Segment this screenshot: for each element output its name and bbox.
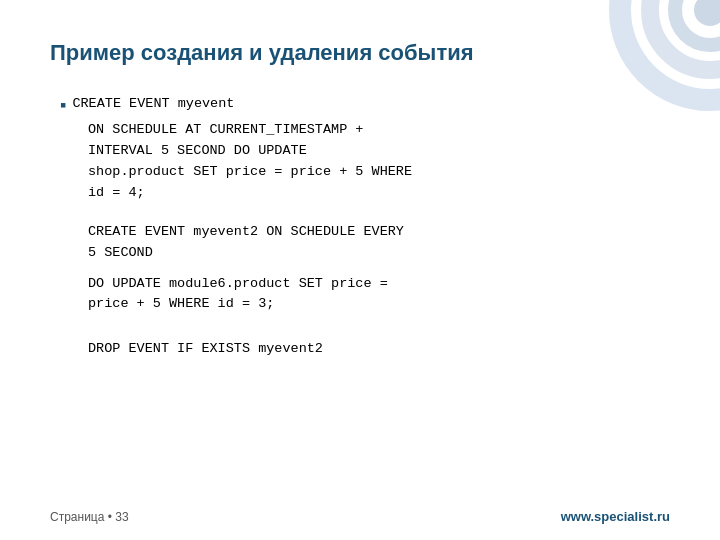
footer: Страница • 33 www.specialist.ru [50,509,670,524]
code-block-3-line1: DO UPDATE module6.product SET price = [88,276,388,291]
code-block-4: DROP EVENT IF EXISTS myevent2 [60,339,670,360]
bullet-item-1: ▪ CREATE EVENT myevent [60,94,670,116]
code-block-1-text: ON SCHEDULE AT CURRENT_TIMESTAMP + INTER… [88,122,412,200]
code-block-2-line2: 5 SECOND [88,245,153,260]
bullet1-prefix: CREATE EVENT myevent [72,94,234,115]
content-area: ▪ CREATE EVENT myevent ON SCHEDULE AT CU… [50,94,670,360]
svg-point-2 [675,0,720,45]
code-block-1: ON SCHEDULE AT CURRENT_TIMESTAMP + INTER… [60,120,670,204]
code-block-3-line2: price + 5 WHERE id = 3; [88,296,274,311]
slide-title: Пример создания и удаления события [50,40,670,66]
page-number: Страница • 33 [50,510,129,524]
code-block-2: CREATE EVENT myevent2 ON SCHEDULE EVERY … [60,222,670,264]
svg-point-3 [694,0,720,26]
slide: Пример создания и удаления события ▪ CRE… [0,0,720,540]
bullet-icon-1: ▪ [60,95,66,116]
website-label: www.specialist.ru [561,509,670,524]
code-block-3: DO UPDATE module6.product SET price = pr… [60,274,670,316]
code-block-2-line1: CREATE EVENT myevent2 ON SCHEDULE EVERY [88,224,404,239]
code-block-4-text: DROP EVENT IF EXISTS myevent2 [88,341,323,356]
